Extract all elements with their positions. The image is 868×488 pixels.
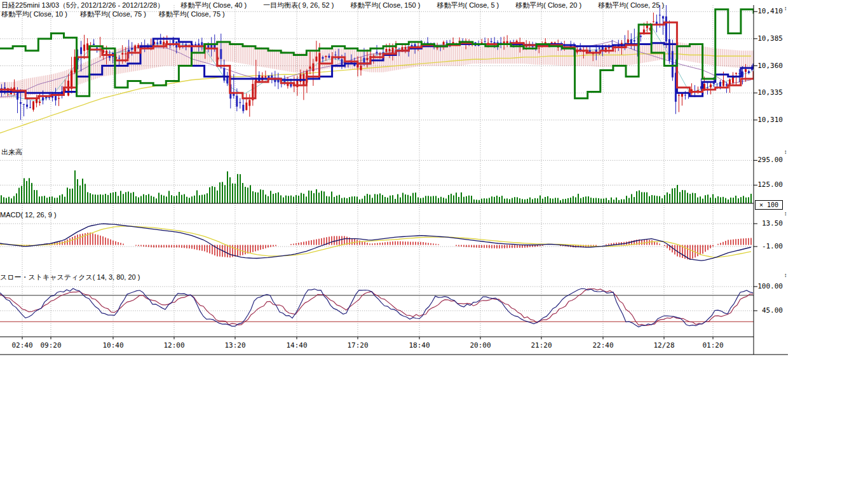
panel-scale-arrow-icon[interactable]: ↕ — [784, 5, 790, 11]
y-axis-label: 125.00 — [756, 180, 783, 189]
time-axis-label: 12/28 — [650, 341, 678, 349]
time-axis-label: 09:20 — [37, 341, 65, 349]
stochastics-panel-label: スロー・ストキャスティクス( 14, 3, 80, 20 ) — [0, 273, 140, 282]
panel-scale-arrow-icon[interactable]: ↕ — [784, 210, 790, 217]
header-indicator-label: 移動平均( Close, 5 ) — [437, 1, 499, 10]
header-indicator-label: 移動平均( Close, 75 ) — [80, 10, 146, 19]
y-axis-label: 45.00 — [756, 306, 783, 315]
time-axis-label: 18:40 — [405, 341, 433, 349]
header-indicator-label: 日経225mini 13/03（5分, 2012/12/26 - 2012/12… — [1, 1, 164, 10]
y-axis-label: 100.00 — [756, 282, 783, 290]
header-indicator-label: 移動平均( Close, 20 ) — [515, 1, 581, 10]
time-axis-label: 01:20 — [699, 341, 727, 349]
chart-header-row2: 移動平均( Close, 10 )移動平均( Close, 75 )移動平均( … — [1, 10, 225, 19]
y-axis-label: -1.00 — [756, 242, 783, 250]
header-indicator-label: 移動平均( Close, 75 ) — [159, 10, 225, 19]
y-axis-label: 10,410 — [756, 7, 783, 15]
y-axis-label: 10,385 — [756, 34, 783, 43]
chart-plot-area[interactable] — [0, 0, 868, 488]
header-indicator-label: 移動平均( Close, 25 ) — [598, 1, 664, 10]
y-axis-label: 13.50 — [756, 219, 783, 227]
y-axis-label: 10,360 — [756, 62, 783, 70]
y-axis-label: 295.00 — [756, 156, 783, 164]
header-indicator-label: 移動平均( Close, 40 ) — [180, 1, 247, 10]
macd-panel-label: MACD( 12, 26, 9 ) — [0, 211, 57, 219]
time-axis-label: 13:20 — [221, 341, 249, 349]
header-indicator-label: 一目均衡表( 9, 26, 52 ) — [263, 1, 334, 10]
header-indicator-label: 移動平均( Close, 10 ) — [1, 10, 67, 19]
time-axis-label: 12:00 — [160, 341, 188, 349]
volume-panel-label: 出来高 — [1, 147, 22, 157]
time-axis-label: 20:00 — [466, 341, 494, 349]
y-axis-label: 10,335 — [756, 88, 783, 97]
trading-chart-window: 日経225mini 13/03（5分, 2012/12/26 - 2012/12… — [0, 0, 868, 488]
chart-header-row1: 日経225mini 13/03（5分, 2012/12/26 - 2012/12… — [1, 1, 664, 10]
volume-multiplier-text: × 100 — [759, 201, 778, 208]
panel-scale-arrow-icon[interactable]: ↕ — [784, 149, 790, 155]
time-axis-label: 22:40 — [589, 341, 617, 349]
time-axis-label: 17:20 — [344, 341, 372, 349]
time-axis-label: 21:20 — [527, 341, 555, 349]
time-axis-label: 10:40 — [99, 341, 127, 349]
volume-unit-multiplier: × 100 — [755, 200, 783, 210]
panel-scale-arrow-icon[interactable]: ↕ — [784, 272, 790, 278]
time-axis-label: 02:40 — [8, 341, 36, 349]
time-axis-label: 14:40 — [283, 341, 311, 349]
header-indicator-label: 移動平均( Close, 150 ) — [350, 1, 420, 10]
y-axis-label: 10,310 — [756, 116, 783, 124]
